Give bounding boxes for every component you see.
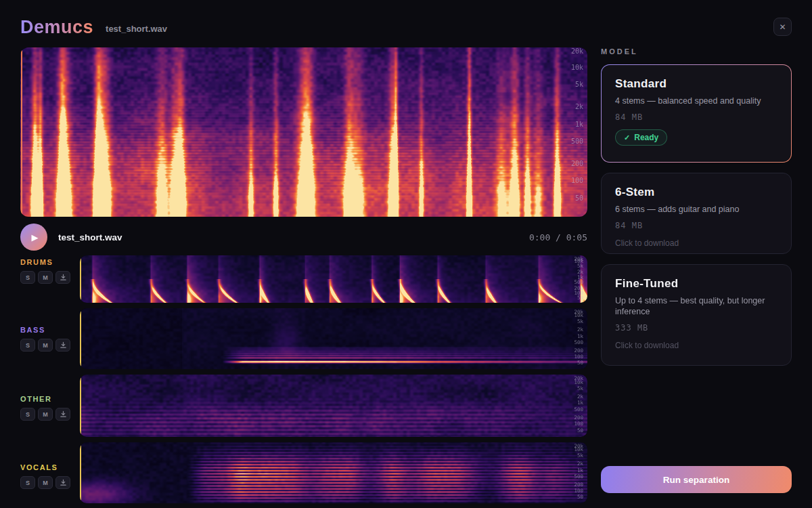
other-download-button[interactable] [55,408,70,421]
close-icon: ✕ [779,22,786,32]
drums-playhead-line [80,255,81,303]
vocals-solo-button[interactable]: S [20,476,35,489]
main-mix-spectrogram[interactable]: 20k10k5k2k1k50020010050 [20,47,587,217]
stem-head-vocals: VOCALS S M [20,463,78,489]
vocals-mute-button[interactable]: M [38,476,53,489]
bass-mute-button[interactable]: M [38,339,53,352]
vocals-spectrogram-canvas [80,442,587,503]
ready-status-badge: ✓ Ready [615,129,667,146]
close-button[interactable]: ✕ [773,18,792,36]
model-description: Up to 4 stems — best quality, but longer… [615,295,777,317]
player-bar: ▶ test_short.wav 0:00 / 0:05 [20,224,587,251]
check-icon: ✓ [624,133,630,142]
model-description: 4 stems — balanced speed and quality [615,96,777,106]
drums-download-button[interactable] [55,271,70,284]
main-playhead-line [21,47,22,217]
download-icon [60,274,67,281]
drums-spectrogram[interactable]: 20k10k5k2k1k50020010050 [80,255,587,303]
ready-status-text: Ready [634,133,658,142]
other-spectrogram-canvas [80,375,587,437]
model-card-6stem[interactable]: 6-Stem 6 stems — adds guitar and piano 8… [601,173,792,254]
stem-head-bass: BASS S M [20,326,78,352]
play-icon: ▶ [32,232,39,242]
download-icon [60,341,67,349]
model-size: 84 MB [615,112,777,122]
vocals-download-button[interactable] [55,476,70,489]
player-filename: test_short.wav [58,232,122,242]
download-icon [60,479,67,486]
model-download-hint: Click to download [615,341,777,350]
model-card-finetuned[interactable]: Fine-Tuned Up to 4 stems — best quality,… [601,264,792,366]
play-button[interactable]: ▶ [20,224,47,251]
model-section-label: MODEL [601,47,638,56]
stem-head-drums: DRUMS S M [20,258,78,284]
stem-label-drums: DRUMS [20,258,78,266]
player-time-display: 0:00 / 0:05 [529,232,587,242]
stem-head-other: OTHER S M [20,395,78,421]
bass-spectrogram-canvas [80,308,587,369]
app-logo: Demucs [20,17,93,38]
loaded-filename: test_short.wav [106,24,167,34]
download-icon [60,410,67,418]
other-solo-button[interactable]: S [20,408,35,421]
vocals-playhead-line [80,442,81,503]
model-download-hint: Click to download [615,238,777,248]
bass-playhead-line [80,308,81,369]
stem-label-vocals: VOCALS [20,463,78,471]
model-size: 84 MB [615,221,777,230]
model-name: Fine-Tuned [615,277,777,291]
bass-solo-button[interactable]: S [20,339,35,352]
drums-mute-button[interactable]: M [38,271,53,284]
stem-label-bass: BASS [20,326,78,334]
header: Demucs test_short.wav [20,15,167,39]
stem-label-other: OTHER [20,395,78,403]
vocals-spectrogram[interactable]: 20k10k5k2k1k50020010050 [80,442,587,503]
bass-download-button[interactable] [55,339,70,352]
run-separation-button[interactable]: Run separation [601,466,792,493]
bass-spectrogram[interactable]: 20k10k5k2k1k50020010050 [80,308,587,369]
model-name: 6-Stem [615,186,777,199]
other-mute-button[interactable]: M [38,408,53,421]
model-name: Standard [615,77,777,91]
model-size: 333 MB [615,323,777,333]
other-spectrogram[interactable]: 20k10k5k2k1k50020010050 [80,375,587,437]
other-playhead-line [80,375,81,437]
drums-solo-button[interactable]: S [20,271,35,284]
drums-spectrogram-canvas [80,255,587,303]
model-description: 6 stems — adds guitar and piano [615,204,777,215]
main-spectrogram-canvas [20,47,587,217]
model-card-standard[interactable]: Standard 4 stems — balanced speed and qu… [601,64,792,163]
